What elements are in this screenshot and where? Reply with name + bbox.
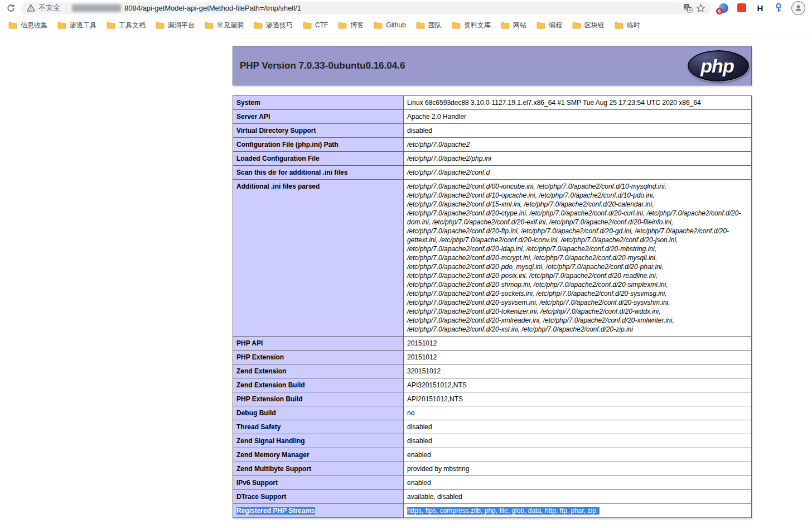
bookmark-label: 团队 <box>428 21 442 30</box>
bookmark-label: 编程 <box>549 21 562 30</box>
table-row: Scan this dir for additional .ini files/… <box>233 166 752 180</box>
profile-avatar[interactable] <box>791 1 805 15</box>
row-label: Zend Signal Handling <box>233 434 404 448</box>
folder-icon <box>8 22 17 29</box>
bookmark-folder-item[interactable]: 区块链 <box>567 18 610 32</box>
row-label: PHP API <box>233 337 404 351</box>
bookmark-folder-item[interactable]: 临时 <box>610 18 645 32</box>
bookmark-folder-item[interactable]: 漏洞平台 <box>151 18 200 32</box>
table-row: Zend Multibyte Supportprovided by mbstri… <box>233 462 752 476</box>
row-value: Apache 2.0 Handler <box>404 110 752 124</box>
php-version-title: PHP Version 7.0.33-0ubuntu0.16.04.6 <box>240 60 405 71</box>
bookmark-folder-item[interactable]: 网站 <box>496 18 531 32</box>
bookmark-label: 临时 <box>627 21 640 30</box>
table-row: DTrace Supportavailable, disabled <box>233 490 752 504</box>
table-row: Zend Extension BuildAPI320151012,NTS <box>233 378 752 392</box>
red-extension-icon[interactable] <box>736 2 747 14</box>
bookmark-label: 信息收集 <box>21 21 47 30</box>
row-label: Zend Extension Build <box>233 378 404 392</box>
row-value: disabled <box>404 124 752 138</box>
table-row: Additional .ini files parsed/etc/php/7.0… <box>233 180 752 337</box>
bookmark-folder-item[interactable]: 工具文档 <box>102 18 151 32</box>
table-row: SystemLinux 68c6593dec88 3.10.0-1127.19.… <box>233 96 752 110</box>
bookmark-star-icon[interactable] <box>696 3 705 13</box>
bookmark-label: CTF <box>315 21 328 29</box>
table-row: Debug Buildno <box>233 406 752 420</box>
row-value: no <box>404 406 752 420</box>
table-row: Thread Safetydisabled <box>233 420 752 434</box>
row-label: Virtual Directory Support <box>233 124 404 138</box>
row-label: Zend Extension <box>233 364 404 378</box>
table-row: PHP Extension BuildAPI20151012,NTS <box>233 392 752 406</box>
folder-icon <box>374 22 383 29</box>
row-label: Additional .ini files parsed <box>233 180 404 337</box>
row-value: https, ftps, compress.zlib, php, file, g… <box>404 504 752 518</box>
bookmark-label: 资料文库 <box>464 21 491 30</box>
bookmarks-bar: 信息收集渗透工具工具文档漏洞平台常见漏洞渗透技巧CTF博客Github团队资料文… <box>0 16 812 35</box>
bookmark-folder-item[interactable]: 渗透工具 <box>52 18 102 32</box>
row-value: 20151012 <box>404 337 752 351</box>
translate-icon[interactable]: 文 A <box>683 3 693 13</box>
bookmark-label: 网站 <box>513 21 526 30</box>
table-row: Zend Extension320151012 <box>233 364 752 378</box>
bookmark-label: 渗透技巧 <box>266 21 293 30</box>
bookmark-folder-item[interactable]: 常见漏洞 <box>200 18 249 32</box>
bookmark-folder-item[interactable]: 资料文库 <box>447 18 496 32</box>
row-value: enabled <box>404 476 752 490</box>
security-chip-label: 不安全 <box>38 3 60 13</box>
folder-icon <box>501 22 510 29</box>
bookmark-folder-item[interactable]: 信息收集 <box>3 18 52 32</box>
extension-badge: 6 <box>716 8 723 15</box>
bookmark-folder-item[interactable]: 编程 <box>531 18 567 32</box>
row-value: 20151012 <box>404 351 752 364</box>
bookmark-folder-item[interactable]: 渗透技巧 <box>249 18 298 32</box>
bookmark-folder-item[interactable]: 博客 <box>333 18 369 32</box>
folder-icon <box>107 22 115 29</box>
table-row: PHP API20151012 <box>233 337 752 351</box>
bookmark-folder-item[interactable]: CTF <box>298 19 333 31</box>
h-extension-glyph: H <box>757 4 763 12</box>
table-row: Configuration File (php.ini) Path/etc/ph… <box>233 138 752 152</box>
row-label: Scan this dir for additional .ini files <box>233 166 404 180</box>
folder-icon <box>615 22 624 29</box>
folder-icon <box>205 22 214 29</box>
row-value: /etc/php/7.0/apache2/conf.d/00-ioncube.i… <box>404 180 752 337</box>
bookmark-label: 博客 <box>350 21 364 30</box>
table-row: Registered PHP Streamshttps, ftps, compr… <box>233 504 752 518</box>
bookmark-label: 工具文档 <box>119 21 146 30</box>
folder-icon <box>572 22 581 29</box>
bookmark-label: 常见漏洞 <box>217 21 244 30</box>
browser-toolbar: 不安全 8084/api-getModel-api-getMethod-file… <box>0 0 812 16</box>
row-label: Zend Multibyte Support <box>233 462 404 476</box>
bookmark-label: 区块链 <box>584 21 605 30</box>
red-extension-glyph <box>737 3 746 12</box>
key-extension-icon[interactable] <box>773 2 784 14</box>
url-bar[interactable]: 不安全 8084/api-getModel-api-getMethod-file… <box>21 2 711 15</box>
row-value: disabled <box>404 420 752 434</box>
folder-icon <box>303 22 312 29</box>
url-text: 8084/api-getModel-api-getMethod-filePath… <box>124 4 301 12</box>
hackbar-extension-icon[interactable]: H <box>755 2 766 14</box>
folder-icon <box>536 22 545 29</box>
key-icon <box>775 3 782 13</box>
table-row: Zend Memory Managerenabled <box>233 448 752 462</box>
row-value: provided by mbstring <box>404 462 752 476</box>
bookmark-folder-item[interactable]: 团队 <box>411 18 447 32</box>
page-content: PHP Version 7.0.33-0ubuntu0.16.04.6 php … <box>0 35 812 518</box>
phpinfo-table: SystemLinux 68c6593dec88 3.10.0-1127.19.… <box>233 95 752 518</box>
chip-divider <box>66 4 66 12</box>
table-row: Virtual Directory Supportdisabled <box>233 124 752 138</box>
proxy-extension-icon[interactable]: 6 <box>718 2 729 14</box>
folder-icon <box>416 22 425 29</box>
folder-icon <box>452 22 461 29</box>
row-label: Server API <box>233 110 404 124</box>
extensions-area: 6 H <box>716 1 809 15</box>
row-value: /etc/php/7.0/apache2 <box>404 138 752 152</box>
phpinfo-container: PHP Version 7.0.33-0ubuntu0.16.04.6 php … <box>233 46 752 518</box>
bookmark-folder-item[interactable]: Github <box>369 19 410 31</box>
row-label: PHP Extension Build <box>233 392 404 406</box>
row-label: System <box>233 96 404 110</box>
browser-chrome: 不安全 8084/api-getModel-api-getMethod-file… <box>0 0 812 35</box>
folder-icon <box>254 22 263 29</box>
reload-button[interactable] <box>4 2 17 14</box>
